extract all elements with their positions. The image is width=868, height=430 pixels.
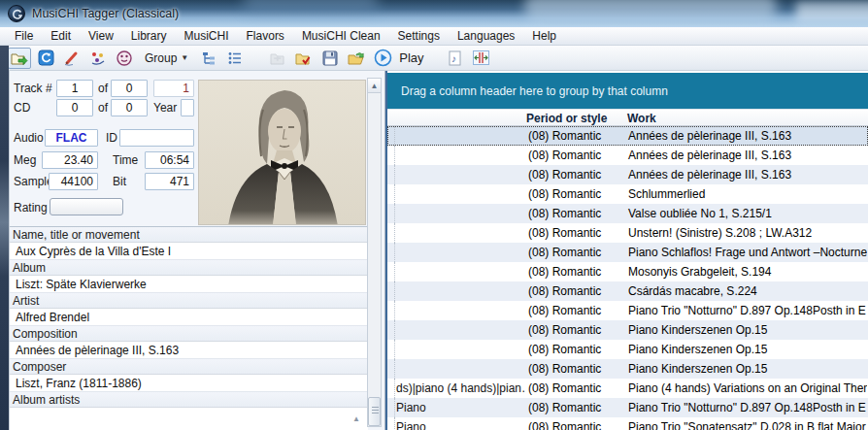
field-value-name-title-or-movement[interactable]: Aux Cyprès de la Villa d'Este I: [10, 243, 368, 260]
save-button[interactable]: [318, 48, 342, 69]
grid-body: (08) RomanticAnnées de pèlerinage III, S…: [387, 126, 868, 430]
cell-period: (08) Romantic: [526, 165, 626, 184]
field-value-artist[interactable]: Alfred Brendel: [10, 309, 368, 326]
table-row[interactable]: Piano(08) RomanticPiano Trio "Sonatensat…: [387, 417, 868, 430]
field-scroll-up-icon[interactable]: ▲: [352, 411, 360, 428]
field-value-album[interactable]: Liszt: Späte Klavierwerke: [10, 276, 368, 293]
cd-total-input[interactable]: 0: [111, 99, 148, 116]
field-value-album-artists[interactable]: ▲: [10, 408, 368, 430]
menu-library[interactable]: Library: [122, 27, 176, 45]
field-value-composer[interactable]: Liszt, Franz (1811-1886): [10, 375, 368, 392]
table-row[interactable]: (08) RomanticPiano Kinderszenen Op.15: [387, 320, 868, 340]
grid-header: Period or style Work: [387, 109, 868, 126]
scroll-up-icon[interactable]: ▲: [368, 79, 381, 93]
table-row[interactable]: (08) RomanticPiano Kinderszenen Op.15: [387, 340, 868, 359]
open-folder-icon: [348, 50, 365, 66]
row-indicator: [387, 379, 395, 398]
scrollbar-thumb[interactable]: [368, 397, 381, 426]
cell-period: (08) Romantic: [526, 184, 626, 204]
table-row[interactable]: ds)|piano (4 hands)|pian…(08) RomanticPi…: [387, 379, 868, 398]
row-indicator: [387, 301, 395, 320]
cell-work: Piano Trio "Sonatensatz" D.028 in B flat…: [626, 417, 867, 430]
menu-view[interactable]: View: [80, 27, 122, 45]
track-total-input[interactable]: 0: [111, 80, 148, 97]
table-row[interactable]: (08) RomanticSchlummerlied: [387, 184, 868, 204]
chevron-down-icon: ▼: [181, 53, 188, 62]
rating-control[interactable]: [50, 198, 123, 215]
row-indicator: [387, 262, 395, 281]
menu-help[interactable]: Help: [523, 27, 565, 45]
menu-settings[interactable]: Settings: [389, 27, 449, 45]
table-row[interactable]: (08) RomanticUnstern! (Sinistre) S.208 ;…: [387, 223, 868, 243]
lyrics-button[interactable]: ♪: [444, 48, 467, 69]
app-window: MusiCHI Tagger (Classical) FileEditViewL…: [0, 0, 868, 430]
tree-icon: [201, 50, 217, 66]
track-number-input[interactable]: 1: [56, 80, 93, 97]
id-input[interactable]: [119, 129, 194, 147]
app-logo-icon: [8, 5, 25, 22]
cell-instrument: [395, 359, 526, 379]
cell-period: (08) Romantic: [526, 126, 626, 146]
group-label: Group: [145, 51, 177, 65]
table-row[interactable]: (08) RomanticCsárdás macabre, S.224: [387, 281, 868, 301]
cell-instrument: Piano: [395, 417, 526, 430]
cell-instrument: [395, 243, 526, 262]
export-tracks-button[interactable]: [8, 48, 31, 69]
field-label-composition: Composition: [10, 326, 368, 342]
menu-file[interactable]: File: [6, 27, 42, 45]
open-folder-button[interactable]: [345, 48, 368, 69]
cell-work: Piano Kinderszenen Op.15: [626, 359, 867, 379]
table-row[interactable]: (08) RomanticMosonyis Grabgeleit, S.194: [387, 262, 868, 281]
group-by-band[interactable]: Drag a column header here to group by th…: [387, 73, 868, 109]
column-header-work[interactable]: Work: [627, 110, 656, 127]
flavor-button[interactable]: [113, 48, 136, 69]
tree-view-button[interactable]: [197, 48, 220, 69]
row-indicator: [387, 126, 395, 146]
save-checked-button[interactable]: [292, 48, 316, 69]
refresh-button[interactable]: [34, 48, 57, 69]
scatter-view-button[interactable]: [86, 48, 110, 69]
cd-number-input[interactable]: 0: [56, 99, 93, 116]
list-view-button[interactable]: [223, 48, 247, 69]
play-icon: [374, 49, 392, 67]
field-label-name-title-or-movement: Name, title or movement: [10, 227, 368, 243]
track-edit-value[interactable]: 1: [153, 80, 194, 97]
table-row[interactable]: (08) RomanticValse oubliée No 1, S.215/1: [387, 204, 868, 223]
audio-label: Audio: [14, 131, 44, 145]
edit-button[interactable]: [60, 48, 83, 69]
fit-columns-button[interactable]: [470, 48, 493, 69]
year-input[interactable]: [181, 99, 194, 116]
row-indicator: [387, 340, 395, 359]
svg-text:♪: ♪: [451, 53, 456, 64]
left-panel-scrollbar[interactable]: ▲: [367, 78, 382, 427]
menu-edit[interactable]: Edit: [42, 27, 80, 45]
menu-languages[interactable]: Languages: [449, 27, 523, 45]
cell-period: (08) Romantic: [526, 320, 626, 340]
cell-work: Schlummerlied: [626, 184, 867, 204]
menu-flavors[interactable]: Flavors: [238, 27, 293, 45]
play-button[interactable]: [371, 48, 394, 69]
group-dropdown-button[interactable]: Group ▼: [139, 48, 194, 69]
cd-of-label: of: [98, 101, 108, 115]
cell-instrument: [395, 204, 526, 223]
cell-period: (08) Romantic: [526, 243, 626, 262]
table-row[interactable]: (08) RomanticPiano Schlaflos! Frage und …: [387, 243, 868, 262]
id-label: ID: [106, 131, 117, 145]
table-row[interactable]: (08) RomanticAnnées de pèlerinage III, S…: [387, 146, 868, 165]
table-row[interactable]: (08) RomanticAnnées de pèlerinage III, S…: [387, 165, 868, 184]
folder-export-icon: [11, 50, 28, 66]
field-value-composition[interactable]: Années de pèlerinage III, S.163: [10, 342, 368, 359]
table-row[interactable]: Piano(08) RomanticPiano Trio "Notturno" …: [387, 398, 868, 417]
row-indicator: [387, 281, 395, 301]
cell-work: Piano Kinderszenen Op.15: [626, 340, 867, 359]
glass-highlight-2: [796, 2, 868, 21]
sample-label: Sample: [14, 175, 53, 188]
menu-musichi[interactable]: MusiCHI: [176, 27, 238, 45]
table-row[interactable]: (08) RomanticPiano Kinderszenen Op.15: [387, 359, 868, 379]
play-label[interactable]: Play: [399, 50, 423, 65]
menu-musichi-clean[interactable]: MusiCHI Clean: [293, 27, 389, 45]
cell-work: Piano Schlaflos! Frage und Antwort –Noct…: [626, 243, 867, 262]
column-header-period[interactable]: Period or style: [526, 110, 607, 127]
table-row[interactable]: (08) RomanticAnnées de pèlerinage III, S…: [387, 126, 868, 146]
table-row[interactable]: (08) RomanticPiano Trio "Notturno" D.897…: [387, 301, 868, 320]
